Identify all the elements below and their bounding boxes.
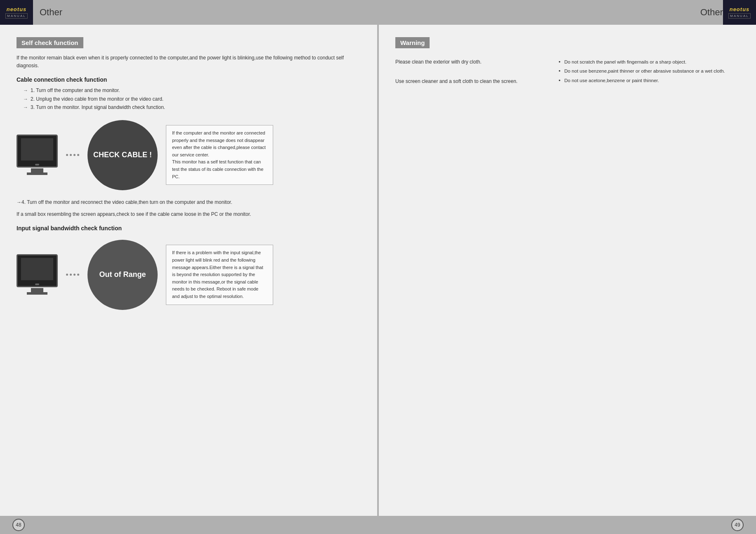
warning-right-col: Do not scratch the panel with fingernail… [558, 58, 739, 90]
check-cable-info-text: If the computer and the monitor are conn… [172, 130, 267, 180]
header: neotus MANUAL Other Other neotus MANUAL [0, 0, 756, 25]
logo-manual-left: MANUAL [5, 13, 27, 19]
cable-step-1: 1. Turn off the computer and the monitor… [17, 86, 361, 95]
monitor-base [27, 172, 47, 175]
monitor-base-2 [27, 292, 47, 295]
input-signal-title: Input signal bandwidth check function [17, 225, 361, 232]
check-cable-label: CHECK CABLE ! [93, 151, 152, 159]
monitor-icon-right [17, 254, 58, 287]
warning-bullet-list: Do not scratch the panel with fingernail… [558, 58, 739, 84]
monitor-stand [31, 168, 43, 172]
cable-step-3: 3. Turn on the monitor. Input signal ban… [17, 103, 361, 111]
dot-3 [73, 154, 76, 156]
check-cable-demo: CHECK CABLE ! If the computer and the mo… [17, 120, 361, 190]
monitor-display-2 [17, 254, 58, 287]
warning-text-1: Please clean the exterior with dry cloth… [395, 58, 546, 66]
monitor-display [17, 135, 58, 168]
cable-steps-list: 1. Turn off the computer and the monitor… [17, 86, 361, 111]
page-left: Self check function If the monitor remai… [0, 25, 377, 516]
dot-5 [66, 274, 68, 276]
monitor-screen-2 [21, 258, 53, 280]
cable-dots-2 [66, 274, 79, 276]
check-cable-circle: CHECK CABLE ! [87, 120, 158, 190]
header-left: neotus MANUAL Other [0, 0, 62, 25]
dot-6 [70, 274, 72, 276]
dot-8 [77, 274, 79, 276]
warning-section-header: Warning [395, 37, 430, 48]
cable-section-title: Cable connection check function [17, 76, 361, 83]
page-right: Warning Please clean the exterior with d… [379, 25, 756, 516]
out-of-range-label: Out of Range [99, 270, 146, 279]
logo-left: neotus MANUAL [0, 0, 33, 25]
logo-text-right: neotus [730, 6, 750, 12]
page-number-left: 48 [12, 519, 25, 531]
dot-1 [66, 154, 68, 156]
header-title-left: Other [33, 7, 62, 18]
dot-7 [73, 274, 76, 276]
small-box-text: If a small box resembling the screen app… [17, 210, 361, 218]
out-of-range-demo: Out of Range If there is a problem with … [17, 240, 361, 310]
warning-left-col: Please clean the exterior with dry cloth… [395, 58, 546, 90]
intro-text: If the monitor remain black even when it… [17, 54, 361, 70]
check-cable-info-box: If the computer and the monitor are conn… [166, 125, 273, 185]
monitor-stand-2 [31, 288, 43, 292]
out-of-range-info-box: If there is a problem with the input sig… [166, 245, 273, 305]
cable-step-2: 2. Unplug the video cable from the monit… [17, 95, 361, 103]
warning-bullet-3: Do not use acetone,benzene or paint thin… [558, 77, 739, 84]
header-right: Other neotus MANUAL [694, 0, 756, 25]
footer: 48 49 [0, 516, 756, 534]
dot-2 [70, 154, 72, 156]
dot-4 [77, 154, 79, 156]
out-of-range-info-text: If there is a problem with the input sig… [172, 249, 267, 300]
warning-bullet-1: Do not scratch the panel with fingernail… [558, 58, 739, 66]
logo-text-left: neotus [7, 6, 27, 12]
logo-right: neotus MANUAL [723, 0, 756, 25]
cable-connection-dots [66, 154, 79, 156]
page-number-right: 49 [731, 519, 744, 531]
warning-columns: Please clean the exterior with dry cloth… [395, 58, 739, 90]
step4-text: →4. Turn off the monitor and reconnect t… [17, 198, 361, 206]
self-check-section-header: Self check function [17, 37, 83, 48]
header-title-right: Other [694, 7, 723, 18]
content-area: Self check function If the monitor remai… [0, 25, 756, 516]
warning-bullet-2: Do not use benzene,paint thinner or othe… [558, 67, 739, 75]
monitor-screen [21, 138, 53, 161]
monitor-icon-left [17, 135, 58, 168]
warning-text-2: Use screen cleaner and a soft cloth to c… [395, 78, 546, 85]
out-of-range-circle: Out of Range [87, 240, 158, 310]
logo-manual-right: MANUAL [728, 13, 750, 19]
